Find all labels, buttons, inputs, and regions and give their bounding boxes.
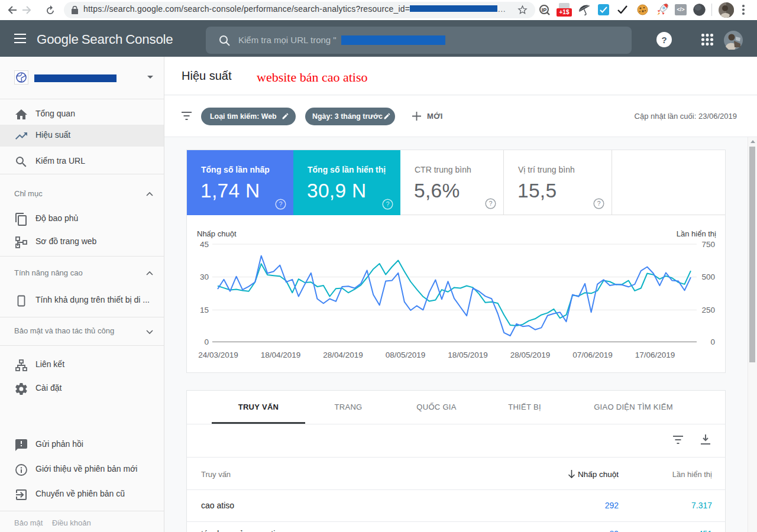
svg-text:?: ? — [661, 35, 667, 45]
svg-text:30: 30 — [200, 273, 209, 281]
svg-text:08/05/2019: 08/05/2019 — [386, 351, 426, 359]
svg-text:18/04/2019: 18/04/2019 — [261, 351, 301, 359]
svg-text:28/05/2019: 28/05/2019 — [510, 351, 551, 359]
svg-text:17/06/2019: 17/06/2019 — [635, 351, 675, 359]
svg-text:07/06/2019: 07/06/2019 — [572, 351, 613, 359]
svg-text:28/04/2019: 28/04/2019 — [323, 351, 363, 359]
svg-text:24/03/2019: 24/03/2019 — [198, 351, 238, 359]
svg-text:45: 45 — [200, 240, 209, 249]
svg-text:250: 250 — [701, 306, 715, 314]
svg-text:IP: IP — [542, 7, 547, 13]
svg-text:500: 500 — [701, 273, 715, 281]
svg-text:0: 0 — [204, 338, 209, 346]
svg-text:18/05/2019: 18/05/2019 — [448, 351, 488, 359]
svg-text:15: 15 — [200, 306, 209, 314]
svg-text:750: 750 — [701, 240, 715, 249]
svg-text:0: 0 — [710, 338, 715, 346]
